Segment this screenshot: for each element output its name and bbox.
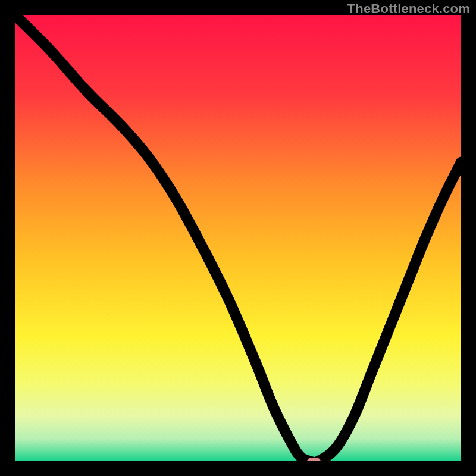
optimum-marker [307, 458, 321, 461]
plot-area [15, 15, 461, 461]
watermark-text: TheBottleneck.com [347, 1, 470, 17]
chart-svg [15, 15, 461, 461]
chart-container: TheBottleneck.com [0, 0, 476, 476]
